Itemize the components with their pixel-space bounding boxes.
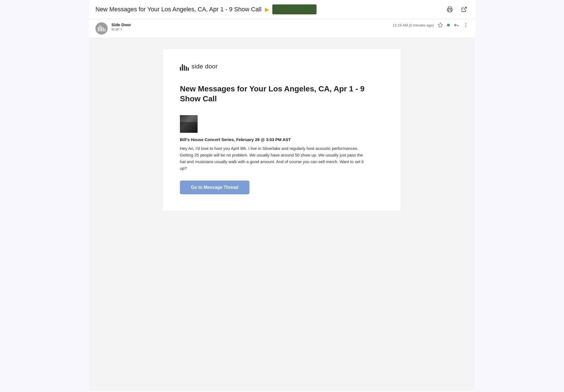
subject-badge [272,4,316,14]
external-link-icon[interactable] [460,5,469,14]
go-to-message-thread-button[interactable]: Go to Message Thread [180,181,249,194]
sender-name: Side Door [111,22,393,27]
sidedoor-logo-icon [180,62,189,71]
mic-bar-2 [100,25,100,31]
email-card: side door New Messages for Your Los Ange… [163,49,401,211]
logo-bar-1 [180,67,181,71]
svg-marker-2 [438,23,443,27]
mic-bar-5 [105,29,105,31]
chevron-down-icon[interactable]: ▾ [121,28,122,31]
svg-line-1 [464,7,466,10]
brand-name: side door [191,63,218,70]
brand-logo: side door [180,62,384,71]
thumbnail-image [180,115,198,133]
sender-info: Side Door to ari ▾ [111,22,393,31]
email-time: 11:15 AM (0 minutes ago) [393,23,434,27]
subject-text: New Messages for Your Los Angeles, CA, A… [95,6,262,13]
logo-bar-5 [188,67,189,71]
mic-bar-3 [101,27,102,31]
svg-point-5 [465,27,466,27]
svg-point-4 [465,25,466,26]
sender-meta: 11:15 AM (0 minutes ago) [393,22,469,28]
logo-bar-3 [184,65,185,71]
message-thumbnail [180,115,198,133]
avatar-inner [95,22,108,35]
star-icon[interactable] [438,22,443,28]
subject-arrow: ▶ [265,6,269,13]
print-icon[interactable] [445,5,454,14]
email-subject-bar: New Messages for Your Los Angeles, CA, A… [95,4,445,14]
email-title: New Messages for Your Los Angeles, CA, A… [180,84,384,104]
message-section: Bill's House Concert Series, February 28… [180,115,384,194]
email-body: side door New Messages for Your Los Ange… [89,38,475,391]
sender-to-label: to ari [111,27,119,31]
sender-to[interactable]: to ari ▾ [111,27,393,31]
svg-point-3 [465,23,466,24]
message-body: Hey Ari, I'd love to host you April 8th.… [180,145,368,172]
reply-icon[interactable] [454,22,459,28]
more-options-icon[interactable] [463,22,469,28]
avatar [95,22,108,35]
sender-row: Side Door to ari ▾ 11:15 AM (0 minutes a… [89,19,475,38]
mic-bar-4 [103,28,104,31]
logo-bar-2 [182,64,183,71]
header-actions [445,5,469,14]
logo-mic-icon [98,25,105,31]
svg-rect-0 [448,10,451,12]
logo-bar-4 [186,66,187,71]
email-container: New Messages for Your Los Angeles, CA, A… [89,0,475,392]
online-status-dot [447,24,450,27]
email-header: New Messages for Your Los Angeles, CA, A… [89,0,475,19]
message-sender-label: Bill's House Concert Series, February 28… [180,137,384,142]
mic-bar-1 [98,27,99,31]
